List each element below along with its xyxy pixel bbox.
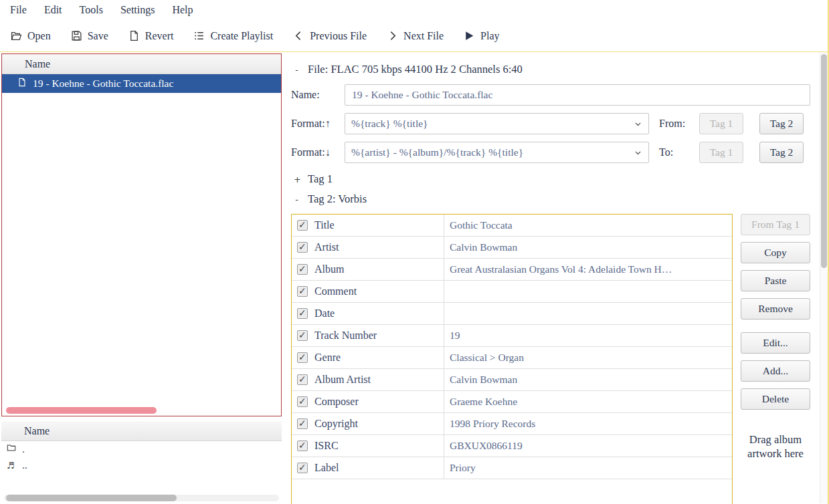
field-checkbox[interactable]: [297, 352, 308, 363]
format-to-tag-row: Format:↑ %{track} %{title} From: Tag 1 T…: [291, 113, 810, 134]
directory-list-header[interactable]: Name: [1, 421, 282, 441]
tag1-section-header[interactable]: + Tag 1: [294, 172, 810, 186]
create-playlist-button[interactable]: Create Playlist: [193, 30, 273, 42]
field-name: Copyright: [314, 418, 358, 430]
directory-list-hscrollbar[interactable]: [4, 495, 279, 501]
paste-button[interactable]: Paste: [741, 270, 810, 291]
filename-input[interactable]: [345, 84, 810, 106]
tag-row-genre[interactable]: Genre Classical > Organ: [292, 347, 732, 369]
menu-tools[interactable]: Tools: [71, 2, 112, 18]
field-value[interactable]: Priory: [444, 457, 732, 479]
tag-row-label[interactable]: Label Priory: [292, 457, 732, 479]
tag-row-composer[interactable]: Composer Graeme Koehne: [292, 391, 732, 413]
tag-actions-column: From Tag 1 Copy Paste Remove Edit... Add…: [741, 214, 810, 504]
field-value[interactable]: Great Australasian Organs Vol 4: Adelaid…: [444, 259, 732, 280]
format-from-tag-combobox[interactable]: %{artist} - %{album}/%{track} %{title}: [345, 142, 649, 163]
detail-panel: - File: FLAC 705 kbps 44100 Hz 2 Channel…: [282, 52, 820, 503]
detail-vscrollbar-thumb[interactable]: [821, 54, 827, 268]
menu-edit[interactable]: Edit: [35, 2, 71, 18]
from-tag2-button[interactable]: Tag 2: [759, 113, 804, 134]
remove-button[interactable]: Remove: [741, 298, 810, 320]
detail-vscrollbar[interactable]: [820, 52, 828, 503]
tag-field-table[interactable]: Title Gothic Toccata Artist Calvin Bowma…: [291, 214, 733, 504]
folder-icon: [7, 443, 16, 455]
field-value[interactable]: Calvin Bowman: [444, 369, 732, 390]
tag-row-title[interactable]: Title Gothic Toccata: [292, 215, 732, 237]
file-list-item-selected[interactable]: 19 - Koehne - Gothic Toccata.flac: [2, 74, 281, 93]
chevron-left-icon: [293, 30, 304, 41]
field-checkbox[interactable]: [297, 286, 308, 297]
delete-button[interactable]: Delete: [741, 388, 810, 410]
field-checkbox[interactable]: [297, 330, 308, 341]
music-note-icon: ♬: [7, 461, 16, 471]
field-value[interactable]: Gothic Toccata: [444, 215, 732, 236]
field-value[interactable]: [444, 303, 732, 324]
file-list-hscrollbar[interactable]: [5, 407, 278, 414]
tag-row-isrc[interactable]: ISRC GBXUX0866119: [292, 435, 732, 457]
field-checkbox[interactable]: [297, 374, 308, 385]
format-from-tag-label: Format:↓: [291, 146, 345, 158]
edit-button[interactable]: Edit...: [741, 332, 810, 354]
chevron-down-icon: [634, 148, 642, 157]
kid3-tag-editor-window: File Edit Tools Settings Help Open Save …: [0, 0, 829, 504]
tag-row-track-number[interactable]: Track Number 19: [292, 325, 732, 347]
tag-row-album[interactable]: Album Great Australasian Organs Vol 4: A…: [292, 259, 732, 281]
album-artwork-dropzone[interactable]: Drag album artwork here: [741, 432, 810, 461]
field-name: Composer: [314, 396, 359, 408]
field-value[interactable]: Classical > Organ: [444, 347, 732, 368]
field-checkbox[interactable]: [297, 418, 308, 429]
field-name: Date: [314, 307, 335, 320]
directory-row-current[interactable]: .: [1, 441, 282, 457]
field-checkbox[interactable]: [297, 220, 308, 231]
revert-button[interactable]: Revert: [128, 30, 174, 42]
directory-list-hscrollbar-thumb[interactable]: [6, 495, 177, 501]
directory-row-parent[interactable]: ♬ ..: [1, 457, 282, 473]
field-checkbox[interactable]: [297, 396, 308, 407]
copy-button[interactable]: Copy: [741, 242, 810, 263]
field-value[interactable]: 1998 Priory Records: [444, 413, 732, 434]
chevron-right-icon: [387, 30, 398, 41]
add-button[interactable]: Add...: [741, 360, 810, 382]
file-section-header[interactable]: - File: FLAC 705 kbps 44100 Hz 2 Channel…: [294, 63, 810, 76]
field-checkbox[interactable]: [297, 264, 308, 275]
field-checkbox[interactable]: [297, 440, 308, 451]
file-list-header[interactable]: Name: [2, 54, 281, 74]
field-value[interactable]: Graeme Koehne: [444, 391, 732, 412]
expand-indicator-icon[interactable]: +: [294, 175, 300, 184]
play-button[interactable]: Play: [464, 30, 499, 42]
field-checkbox[interactable]: [297, 308, 308, 319]
tag-row-album-artist[interactable]: Album Artist Calvin Bowman: [292, 369, 732, 391]
directory-list-panel[interactable]: Name . ♬ ..: [1, 421, 282, 503]
menu-file[interactable]: File: [1, 2, 35, 18]
tag-row-date[interactable]: Date: [292, 303, 732, 325]
from-tag-1-button[interactable]: From Tag 1: [741, 214, 810, 235]
open-folder-icon: [11, 30, 22, 41]
tag-row-comment[interactable]: Comment: [292, 281, 732, 303]
field-value[interactable]: GBXUX0866119: [444, 435, 732, 457]
collapse-indicator-icon[interactable]: -: [294, 195, 300, 204]
file-list-panel[interactable]: Name 19 - Koehne - Gothic Toccata.flac: [1, 53, 282, 416]
field-checkbox[interactable]: [297, 463, 308, 473]
format-to-tag-combobox[interactable]: %{track} %{title}: [345, 113, 649, 134]
tag-row-artist[interactable]: Artist Calvin Bowman: [292, 237, 732, 259]
open-button[interactable]: Open: [11, 30, 51, 42]
menu-settings[interactable]: Settings: [112, 2, 164, 18]
from-label: From:: [659, 118, 695, 130]
collapse-indicator-icon[interactable]: -: [294, 66, 300, 74]
field-checkbox[interactable]: [297, 242, 308, 253]
from-tag1-button[interactable]: Tag 1: [699, 113, 743, 134]
tag-row-copyright[interactable]: Copyright 1998 Priory Records: [292, 413, 732, 435]
next-file-button[interactable]: Next File: [387, 30, 444, 42]
menu-help[interactable]: Help: [163, 2, 201, 18]
field-value[interactable]: Calvin Bowman: [444, 237, 732, 258]
field-value[interactable]: [444, 281, 732, 302]
file-list-hscrollbar-thumb[interactable]: [6, 407, 157, 414]
tag2-section-header[interactable]: - Tag 2: Vorbis: [294, 193, 810, 206]
tag2-title: Tag 2: Vorbis: [308, 193, 367, 206]
field-value[interactable]: 19: [444, 325, 732, 346]
previous-file-button[interactable]: Previous File: [293, 30, 367, 42]
to-tag2-button[interactable]: Tag 2: [759, 142, 804, 163]
to-tag1-button[interactable]: Tag 1: [699, 142, 743, 163]
chevron-down-icon: [634, 120, 642, 128]
save-button[interactable]: Save: [71, 30, 108, 42]
